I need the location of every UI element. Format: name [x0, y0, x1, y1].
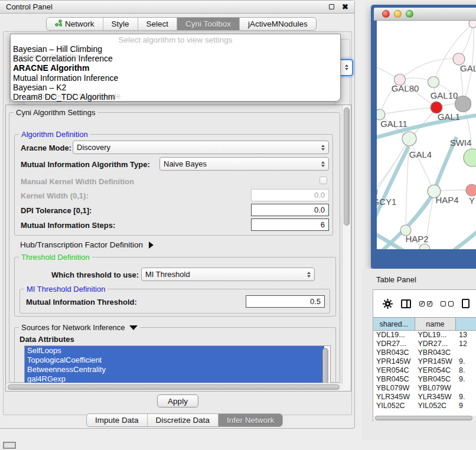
node-label-GCY1: GCY1	[377, 197, 396, 207]
tab-style[interactable]: Style	[103, 18, 138, 30]
algorithm-option[interactable]: Basic Correlation Inference	[11, 54, 340, 63]
table-cell: YIL052C	[373, 402, 415, 410]
table-row[interactable]: YBR045CYBR045C9.	[373, 375, 476, 384]
node-unlabeled[interactable]	[419, 244, 430, 249]
table-row[interactable]: YPR145WYPR145W9.	[373, 357, 476, 366]
close-icon[interactable]: ✖	[342, 4, 348, 9]
table-row[interactable]: YBR043CYBR043C	[373, 348, 476, 357]
combo-up-arrow-icon	[345, 64, 348, 67]
network-canvas-svg: GALGAL80GAL10GAL1GAL11GAL4SWI4GCY1HAP4YH…	[377, 21, 476, 249]
show-columns-icon[interactable]: ✓✓	[419, 301, 432, 306]
hide-columns-icon[interactable]	[441, 301, 454, 306]
tab-label: Cyni Toolbox	[185, 19, 231, 28]
control-panel-titlebar[interactable]: Control Panel ✖	[0, 1, 354, 14]
aracne-mode-combobox[interactable]: Discovery	[73, 141, 329, 154]
combo-down-arrow-icon	[321, 148, 325, 151]
which-threshold-combobox[interactable]: MI Threshold	[141, 268, 315, 281]
node-SWI4[interactable]	[464, 149, 476, 167]
table-row[interactable]: YLR345WYLR345W9.	[373, 393, 476, 402]
expand-right-arrow-icon[interactable]	[149, 242, 154, 249]
network-edge[interactable]	[380, 107, 436, 115]
attribute-item[interactable]: SelfLoops	[25, 346, 324, 356]
new-table-icon[interactable]	[462, 299, 470, 308]
tab-impute-data[interactable]: Impute Data	[87, 414, 148, 426]
tab-infer-network[interactable]: Infer Network	[219, 414, 282, 426]
network-edge[interactable]	[377, 139, 409, 201]
sources-title-row[interactable]: Sources for Network Inference	[19, 323, 140, 332]
tab-jactivemnodules[interactable]: jActiveMNodules	[240, 18, 316, 30]
table-toolbar: ✓✓	[373, 290, 476, 317]
control-panel-title: Control Panel	[6, 2, 53, 11]
table-row[interactable]: YBL079WYBL079W	[373, 384, 476, 393]
attributes-scrollbar-thumb[interactable]	[322, 348, 328, 384]
table-panel-titlebar[interactable]: Table Panel	[362, 270, 476, 288]
network-edge[interactable]	[433, 24, 473, 82]
close-traffic-light-icon[interactable]	[382, 10, 390, 18]
network-edge[interactable]	[446, 231, 476, 249]
algorithm-option[interactable]: Dream8 DC_TDC Algorithm	[11, 92, 340, 102]
tab-discretize-data[interactable]: Discretize Data	[148, 414, 219, 426]
node-GCY1[interactable]	[377, 187, 377, 197]
node-Y[interactable]	[466, 184, 476, 196]
table-cell: 9	[456, 402, 476, 410]
algorithm-definition-title: Algorithm Definition	[19, 130, 90, 139]
node-unlabeled[interactable]	[455, 96, 471, 112]
kernel-width-field[interactable]: 0.0	[251, 189, 329, 201]
algorithm-option[interactable]: Bayesian – Hill Climbing	[11, 44, 340, 54]
network-window-titlebar[interactable]	[374, 8, 476, 21]
collapse-down-arrow-icon[interactable]	[129, 325, 138, 330]
tab-label: jActiveMNodules	[248, 19, 308, 28]
attribute-item[interactable]: BetweennessCentrality	[25, 365, 324, 374]
dpi-tolerance-field[interactable]: 0.0	[251, 204, 329, 216]
tab-cyni-toolbox[interactable]: Cyni Toolbox	[177, 18, 240, 30]
network-edge[interactable]	[409, 139, 434, 191]
data-attributes-list[interactable]: SelfLoopsTopologicalCoefficientBetweenne…	[24, 345, 331, 387]
column-header-name[interactable]: name	[415, 318, 457, 330]
mi-steps-field[interactable]: 6	[251, 219, 329, 231]
algorithm-dropdown-popup: Select algorithm to view settings Bayesi…	[10, 34, 341, 102]
table-row[interactable]: YDR27...YDR27...12	[373, 340, 476, 348]
settings-horizontal-scrollbar-thumb[interactable]	[8, 384, 340, 390]
column-header-shared...[interactable]: shared...	[373, 318, 415, 330]
minimize-traffic-light-icon[interactable]	[394, 10, 402, 18]
mi-algorithm-type-combobox[interactable]: Naive Bayes	[159, 157, 329, 171]
settings-gear-icon[interactable]	[383, 299, 393, 309]
settings-vertical-scrollbar-thumb[interactable]	[344, 107, 350, 226]
table-row[interactable]: YER054CYER054C8.	[373, 366, 476, 375]
panel-collapse-icon[interactable]	[3, 442, 16, 449]
column-header-clipped[interactable]	[456, 318, 476, 330]
table-row[interactable]: YIL052CYIL052C9	[373, 402, 476, 410]
network-canvas[interactable]: GALGAL80GAL10GAL1GAL11GAL4SWI4GCY1HAP4YH…	[377, 21, 476, 249]
table-cell: 13	[456, 331, 476, 340]
tab-network[interactable]: Network	[47, 18, 103, 30]
algorithm-option[interactable]: ARACNE Algorithm	[11, 63, 340, 73]
node-GAL10[interactable]	[428, 77, 439, 88]
mi-threshold-field[interactable]: 0.5	[246, 295, 325, 308]
node-unlabeled[interactable]	[469, 21, 476, 28]
settings-horizontal-scrollbar[interactable]	[6, 383, 343, 391]
network-edge[interactable]	[400, 58, 459, 80]
settings-vertical-scrollbar[interactable]	[342, 105, 351, 391]
attribute-item[interactable]: TopologicalCoefficient	[25, 356, 324, 365]
manual-kernel-width-checkbox[interactable]	[319, 177, 327, 184]
network-edge[interactable]	[377, 146, 409, 225]
table-horizontal-scrollbar-thumb[interactable]	[375, 416, 472, 420]
hub-definition-expander[interactable]: Hub/Transcription Factor Definition	[20, 240, 154, 249]
algorithm-option[interactable]: Bayesian – K2	[11, 83, 340, 92]
apply-button[interactable]: Apply	[157, 394, 198, 407]
screen: Control Panel ✖ NetworkStyleSelectCyni T…	[0, 0, 476, 450]
columns-icon[interactable]	[401, 299, 411, 308]
table-cell: YLR345W	[373, 393, 415, 402]
algorithm-option[interactable]: Mutual Information Inference	[11, 73, 340, 83]
node-label-GAL4: GAL4	[409, 149, 432, 159]
tab-select[interactable]: Select	[138, 18, 178, 30]
float-window-icon[interactable]	[329, 4, 334, 9]
table-horizontal-scrollbar[interactable]	[374, 416, 476, 421]
table-cell: YBR043C	[373, 348, 415, 357]
table-cell: 12	[456, 340, 476, 348]
table-row[interactable]: YDL19...YDL19...13	[373, 331, 476, 340]
node-GAL4[interactable]	[402, 132, 416, 146]
table-cell: YPR145W	[373, 357, 415, 366]
zoom-traffic-light-icon[interactable]	[406, 10, 413, 18]
mi-threshold-label: Mutual Information Threshold:	[26, 298, 137, 306]
